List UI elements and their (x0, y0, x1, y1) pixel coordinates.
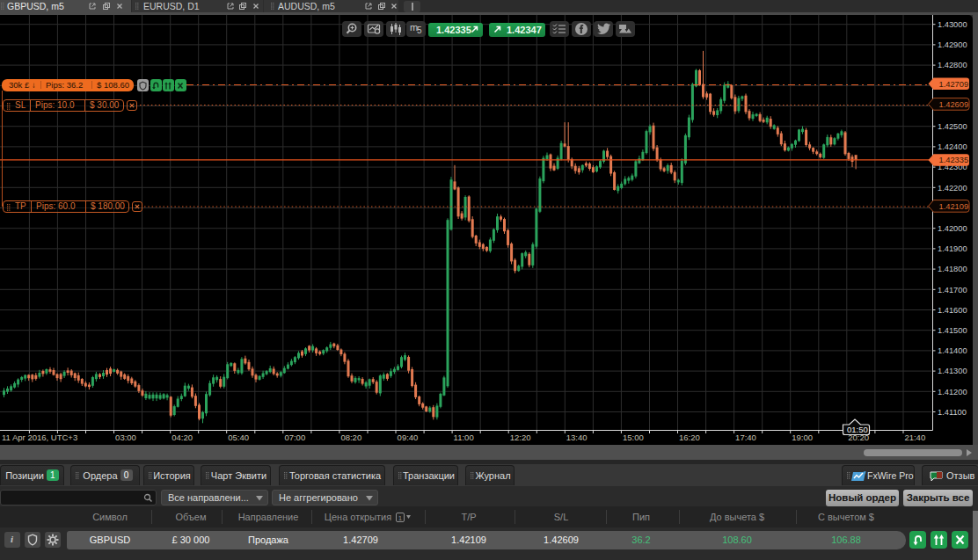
svg-text:1.42109: 1.42109 (939, 202, 969, 211)
svg-text:1.41700: 1.41700 (938, 286, 967, 295)
svg-text:15:00: 15:00 (623, 433, 644, 442)
svg-text:1.42335: 1.42335 (939, 156, 969, 164)
svg-text:1.42609: 1.42609 (939, 100, 969, 109)
svg-text:1.42709: 1.42709 (939, 80, 969, 89)
svg-text:1.41100: 1.41100 (938, 408, 967, 417)
svg-text:03:00: 03:00 (115, 433, 136, 442)
svg-text:1.41200: 1.41200 (938, 388, 967, 396)
svg-text:08:20: 08:20 (340, 433, 361, 442)
svg-text:13:40: 13:40 (566, 433, 588, 442)
svg-text:01:50: 01:50 (847, 425, 868, 434)
svg-text:1.41900: 1.41900 (938, 244, 967, 253)
svg-text:16:20: 16:20 (679, 433, 700, 442)
svg-text:05:40: 05:40 (228, 433, 249, 442)
svg-text:1.41400: 1.41400 (938, 346, 967, 355)
svg-text:11:00: 11:00 (454, 433, 474, 442)
svg-text:1.42000: 1.42000 (938, 224, 967, 233)
svg-text:1.42200: 1.42200 (938, 184, 967, 193)
svg-text:21:40: 21:40 (904, 433, 925, 442)
svg-text:17:40: 17:40 (735, 433, 756, 442)
svg-text:1.41500: 1.41500 (938, 326, 967, 335)
svg-text:07:00: 07:00 (284, 433, 305, 442)
svg-text:11 Apr 2016, UTC+3: 11 Apr 2016, UTC+3 (2, 433, 77, 442)
svg-text:1.42500: 1.42500 (938, 122, 967, 131)
svg-text:1.42400: 1.42400 (938, 142, 967, 151)
svg-text:09:40: 09:40 (398, 433, 419, 442)
svg-text:1.42800: 1.42800 (938, 61, 967, 69)
svg-text:04:20: 04:20 (172, 433, 193, 442)
svg-text:12:20: 12:20 (510, 433, 531, 442)
svg-text:1: 1 (398, 514, 403, 522)
svg-text:1.42900: 1.42900 (938, 40, 967, 49)
svg-text:1.41300: 1.41300 (938, 367, 967, 375)
svg-text:1.41600: 1.41600 (938, 306, 967, 315)
svg-text:1.43000: 1.43000 (938, 20, 967, 29)
svg-text:1.41800: 1.41800 (938, 265, 967, 273)
svg-text:19:00: 19:00 (792, 433, 813, 442)
